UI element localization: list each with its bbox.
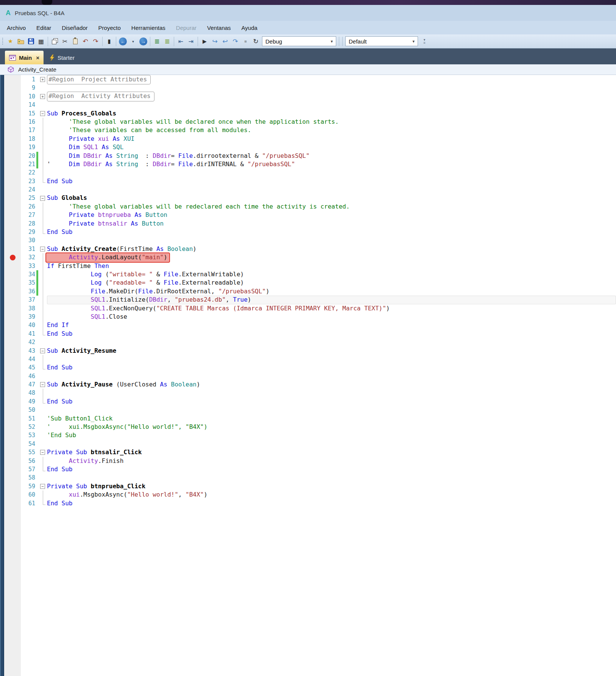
code-text[interactable]: End If (47, 321, 616, 329)
breakpoint-margin-cell[interactable] (0, 92, 21, 101)
restart-icon[interactable]: ↻ (251, 36, 261, 47)
code-text[interactable]: End Sub (47, 228, 616, 236)
fold-marker[interactable]: − (39, 347, 47, 355)
menu-item-archivo[interactable]: Archivo (2, 21, 31, 34)
code-text[interactable]: Log ("readable= " & File.Externalreadabl… (47, 279, 616, 287)
code-text[interactable]: End Sub (47, 397, 616, 406)
breakpoint-margin-cell[interactable] (0, 474, 21, 482)
code-text[interactable]: End Sub (47, 499, 616, 508)
code-text[interactable] (47, 474, 616, 482)
code-text[interactable] (47, 406, 616, 414)
breakpoint-margin-cell[interactable] (0, 491, 21, 499)
breakpoint-margin-cell[interactable] (0, 304, 21, 313)
code-text[interactable]: File.MakeDir(File.DirRootExternal, "/pru… (47, 287, 616, 296)
breakpoint-margin-cell[interactable] (0, 389, 21, 397)
breakpoint-margin-cell[interactable] (0, 202, 21, 211)
bookmark-icon[interactable]: ▮ (104, 36, 114, 47)
breakpoint-margin-cell[interactable] (0, 245, 21, 253)
breakpoint-margin-cell[interactable] (0, 211, 21, 219)
breakpoint-margin-cell[interactable] (0, 380, 21, 389)
breakpoint-margin-cell[interactable] (0, 414, 21, 423)
breakpoint-margin-cell[interactable] (0, 431, 21, 439)
tab-starter[interactable]: Starter (44, 51, 81, 64)
breakpoint-margin-cell[interactable] (0, 160, 21, 168)
code-text[interactable]: End Sub (47, 330, 616, 338)
code-text[interactable]: Sub Process_Globals (47, 109, 616, 118)
fold-marker[interactable]: − (39, 194, 47, 202)
reformat-code-icon[interactable]: ≣ (152, 36, 162, 47)
code-text[interactable]: Sub Activity_Pause (UserClosed As Boolea… (47, 380, 616, 389)
breakpoint-margin-cell[interactable] (0, 406, 21, 414)
stop-icon[interactable]: ■ (240, 36, 251, 47)
code-text[interactable] (47, 338, 616, 346)
comment-out-icon[interactable]: ⇤ (176, 36, 186, 47)
breakpoint-margin-cell[interactable] (0, 372, 21, 380)
breakpoint-margin-cell[interactable] (0, 296, 21, 304)
fold-marker[interactable]: − (39, 448, 47, 456)
tab-main[interactable]: Main × (5, 51, 44, 64)
breakpoint-margin-cell[interactable] (0, 355, 21, 363)
code-text[interactable] (47, 372, 616, 380)
code-text[interactable]: Sub Activity_Resume (47, 347, 616, 355)
code-text[interactable]: 'These global variables will be declared… (47, 118, 616, 126)
breakpoint-margin-cell[interactable] (0, 499, 21, 508)
uncomment-icon[interactable]: ⇥ (186, 36, 196, 47)
code-text[interactable]: ' xui.MsgboxAsync("Hello world!", "B4X") (47, 423, 616, 431)
breakpoint-margin-cell[interactable] (0, 423, 21, 431)
code-text[interactable]: Private btnprueba As Button (47, 211, 616, 219)
toolbar-overflow-button[interactable]: ▾≡ (421, 36, 427, 47)
cut-icon[interactable]: ✂ (60, 36, 70, 47)
breakpoint-margin-cell[interactable] (0, 84, 21, 92)
build-mode-combobox[interactable]: Debug ▾ (262, 36, 336, 46)
open-project-icon[interactable] (16, 36, 26, 47)
new-project-icon[interactable]: ★ (5, 36, 16, 47)
build-config-combobox[interactable]: Default ▾ (345, 36, 418, 46)
navigate-back-icon[interactable]: ← (118, 36, 128, 47)
copy-icon[interactable] (50, 36, 60, 47)
fold-marker[interactable]: − (39, 482, 47, 491)
code-text[interactable]: Activity.LoadLayout("main") (47, 253, 616, 262)
code-text[interactable]: End Sub (47, 465, 616, 474)
resume-icon[interactable]: ↪ (210, 36, 220, 47)
breakpoint-margin-cell[interactable] (0, 168, 21, 177)
code-text[interactable]: #Region Project Attributes (47, 75, 616, 84)
code-text[interactable]: SQL1.Close (47, 313, 616, 321)
breakpoint-margin-cell[interactable] (0, 330, 21, 338)
code-text[interactable]: 'These global variables will be redeclar… (47, 202, 616, 211)
breakpoint-margin-cell[interactable] (0, 101, 21, 109)
breakpoint-margin-cell[interactable] (0, 457, 21, 465)
breakpoint-margin-cell[interactable] (0, 143, 21, 151)
fold-marker[interactable]: − (39, 245, 47, 253)
breakpoint-margin-cell[interactable] (0, 313, 21, 321)
step-over-icon[interactable]: ↷ (230, 36, 240, 47)
breakpoint-margin-cell[interactable] (0, 321, 21, 329)
code-text[interactable]: 'Sub Button1_Click (47, 414, 616, 423)
code-text[interactable]: Private btnsalir As Button (47, 220, 616, 228)
breakpoint-margin-cell[interactable] (0, 185, 21, 194)
code-text[interactable] (47, 168, 616, 177)
breakpoint-margin-cell[interactable] (0, 397, 21, 406)
breakpoint-margin-cell[interactable] (0, 126, 21, 134)
menu-item-proyecto[interactable]: Proyecto (93, 21, 126, 34)
breakpoint-margin-cell[interactable] (0, 194, 21, 202)
code-editor[interactable]: 1+#Region Project Attributes910+#Region … (0, 75, 616, 676)
code-text[interactable]: Dim SQL1 As SQL (47, 143, 616, 151)
back-history-caret-icon[interactable]: ▾ (128, 36, 138, 47)
code-text[interactable]: Dim DBdir As String : DBdir= File.dirroo… (47, 152, 616, 160)
close-icon[interactable]: × (36, 55, 39, 61)
code-text[interactable]: Activity.Finish (47, 457, 616, 465)
code-text[interactable]: SQL1.Initialize(DBdir, "pruebas24.db", T… (47, 296, 616, 304)
clean-unused-icon[interactable]: ≣ (162, 36, 172, 47)
breakpoint-margin-cell[interactable] (0, 363, 21, 372)
breakpoint-icon[interactable] (10, 255, 16, 260)
code-text[interactable]: End Sub (47, 363, 616, 372)
code-text[interactable]: If FirstTime Then (47, 262, 616, 270)
breakpoint-margin-cell[interactable] (0, 253, 21, 262)
menu-item-editar[interactable]: Editar (31, 21, 56, 34)
code-text[interactable] (47, 440, 616, 448)
region-directive[interactable]: #Region Project Attributes (47, 75, 151, 84)
paste-icon[interactable] (70, 36, 80, 47)
fold-marker[interactable]: − (39, 380, 47, 389)
toolbar-grip-handle[interactable] (2, 37, 4, 45)
breakpoint-margin-cell[interactable] (0, 270, 21, 279)
